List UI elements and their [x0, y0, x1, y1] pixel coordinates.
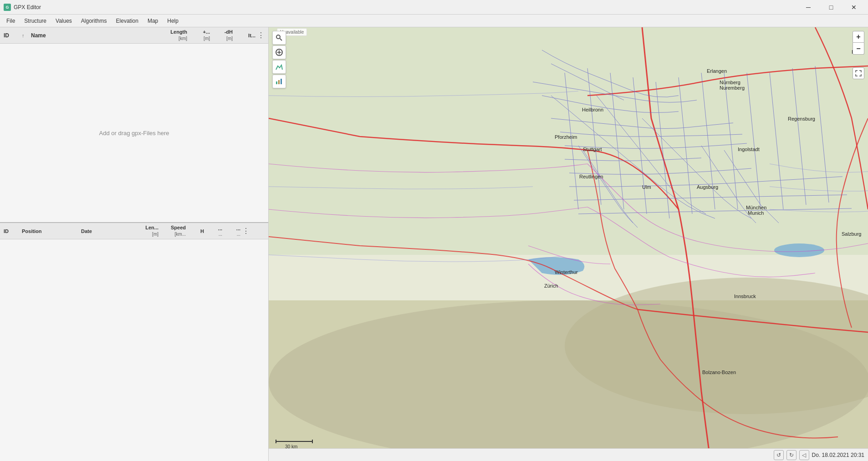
search-icon [276, 34, 283, 41]
svg-text:Innsbruck: Innsbruck [734, 294, 756, 299]
left-panel: ID ↑ Name Length[km] +...[m] -dH[m] It..… [0, 27, 269, 461]
route-icon [276, 49, 283, 56]
main-container: ID ↑ Name Length[km] +...[m] -dH[m] It..… [0, 27, 868, 461]
waypoints-menu-button[interactable]: ⋮ [240, 228, 250, 235]
title-bar: G GPX Editor ─ □ ✕ [0, 0, 868, 15]
svg-text:Regensburg: Regensburg [788, 116, 815, 122]
svg-text:Ulm: Ulm [642, 184, 651, 190]
svg-rect-42 [281, 79, 282, 84]
menu-elevation[interactable]: Elevation [112, 16, 143, 26]
svg-point-39 [278, 51, 280, 53]
svg-text:Winterthur: Winterthur [555, 269, 578, 275]
minimize-button[interactable]: ─ [798, 0, 819, 15]
svg-text:Pforzheim: Pforzheim [555, 134, 577, 140]
zoom-out-button[interactable]: − [853, 43, 864, 55]
fullscreen-icon [855, 70, 862, 76]
bottom-bar: ↺ ↻ ◁ Do. 18.02.2021 20:31 [269, 448, 868, 461]
close-button[interactable]: ✕ [843, 0, 864, 15]
app-title: GPX Editor [14, 4, 41, 10]
tracks-table: ID ↑ Name Length[km] +...[m] -dH[m] It..… [0, 27, 268, 223]
col-header-name: Name [31, 32, 155, 39]
title-bar-left: G GPX Editor [4, 4, 41, 11]
svg-rect-1 [269, 27, 868, 255]
waypoints-empty-state [0, 239, 268, 461]
col-header-id: ID [4, 32, 22, 39]
wpt-col-header-id: ID [4, 228, 22, 234]
map-view[interactable]: Plzen Erlangen Nürnberg Nuremberg Heilbr… [269, 27, 868, 461]
svg-text:Reutlingen: Reutlingen [579, 174, 603, 179]
wpt-col-header-pos: Position [22, 228, 81, 234]
stats-button[interactable] [272, 75, 286, 88]
zoom-in-button[interactable]: + [853, 31, 864, 43]
menu-help[interactable]: Help [163, 16, 183, 26]
elevation-button[interactable] [272, 60, 286, 74]
tracks-empty-text: Add or drag gpx-Files here [99, 130, 169, 137]
map-container[interactable]: Plzen Erlangen Nürnberg Nuremberg Heilbr… [269, 27, 868, 461]
fullscreen-button[interactable] [853, 67, 864, 79]
tracks-empty-state: Add or drag gpx-Files here [0, 44, 268, 222]
back-button[interactable]: ◁ [799, 450, 809, 460]
tracks-header: ID ↑ Name Length[km] +...[m] -dH[m] It..… [0, 27, 268, 44]
col-header-minus: -dH[m] [210, 29, 233, 41]
wpt-col-header-dots2: ...... [222, 226, 240, 237]
search-map-button[interactable] [272, 31, 286, 45]
svg-line-35 [280, 39, 282, 41]
stats-icon [276, 78, 283, 85]
svg-text:Salzburg: Salzburg [842, 231, 861, 237]
svg-point-34 [276, 35, 280, 39]
svg-text:München: München [746, 205, 766, 210]
menu-file[interactable]: File [2, 16, 20, 26]
date-display: Do. 18.02.2021 20:31 [812, 452, 864, 458]
menu-map[interactable]: Map [143, 16, 163, 26]
col-header-plus: +...[m] [187, 29, 210, 41]
wpt-col-header-speed: Speed[km... [158, 225, 186, 237]
map-toolbar [272, 31, 286, 88]
svg-text:Nuremberg: Nuremberg [720, 85, 745, 91]
elevation-icon [276, 63, 283, 71]
svg-text:Heilbronn: Heilbronn [582, 107, 603, 112]
svg-text:Nürnberg: Nürnberg [720, 80, 740, 85]
zoom-controls: + − [853, 31, 864, 55]
col-header-sort[interactable]: ↑ [22, 33, 31, 38]
svg-rect-40 [276, 81, 277, 84]
svg-text:Augsburg: Augsburg [697, 184, 718, 190]
menu-bar: File Structure Values Algorithms Elevati… [0, 15, 868, 27]
window-controls: ─ □ ✕ [798, 0, 864, 15]
maximize-button[interactable]: □ [821, 0, 842, 15]
route-button[interactable] [272, 46, 286, 59]
svg-text:Munich: Munich [748, 210, 764, 216]
svg-text:Bolzano·Bozen: Bolzano·Bozen [702, 370, 736, 375]
waypoints-header: ID Position Date Len...[m] Speed[km... H… [0, 223, 268, 239]
col-header-length: Length[km] [155, 29, 187, 41]
app-icon: G [4, 4, 11, 11]
menu-algorithms[interactable]: Algorithms [77, 16, 112, 26]
wpt-col-header-h: H [186, 228, 204, 234]
undo-button[interactable]: ↺ [774, 450, 784, 460]
svg-text:Erlangen: Erlangen [707, 68, 727, 74]
col-header-it: It... [233, 33, 255, 38]
svg-text:Zürich: Zürich [544, 283, 558, 289]
svg-rect-41 [278, 80, 280, 84]
wpt-col-header-date: Date [81, 228, 127, 234]
wpt-col-header-dots1: ...... [204, 226, 222, 237]
tracks-menu-button[interactable]: ⋮ [255, 32, 265, 39]
menu-values[interactable]: Values [51, 16, 77, 26]
redo-button[interactable]: ↻ [786, 450, 797, 460]
svg-text:Stuttgart: Stuttgart [583, 147, 602, 152]
menu-structure[interactable]: Structure [20, 16, 51, 26]
wpt-col-header-len: Len...[m] [127, 225, 158, 237]
svg-text:Ingolstadt: Ingolstadt [738, 147, 760, 152]
waypoints-table: ID Position Date Len...[m] Speed[km... H… [0, 223, 268, 461]
